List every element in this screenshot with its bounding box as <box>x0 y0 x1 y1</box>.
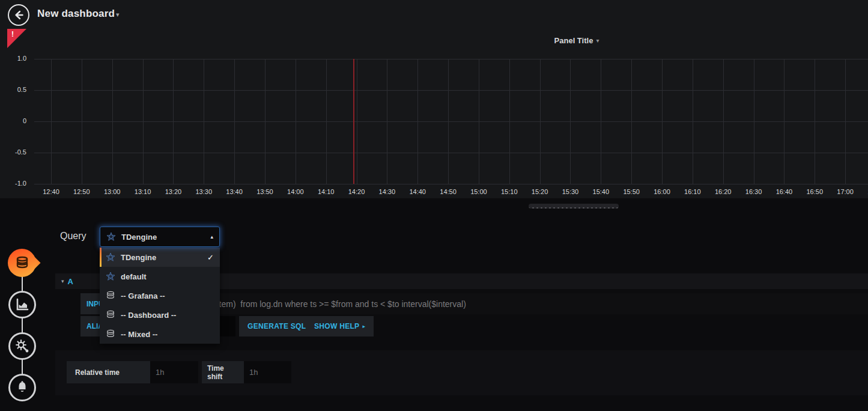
v-gridline <box>234 59 235 184</box>
x-tick-label: 12:40 <box>38 188 64 195</box>
x-tick-label: 13:50 <box>252 188 278 195</box>
tab-queries[interactable] <box>8 249 36 277</box>
tdengine-star-icon <box>106 252 115 262</box>
query-section-label: Query <box>60 231 86 242</box>
v-gridline <box>82 59 82 184</box>
v-gridline <box>448 59 449 184</box>
database-icon <box>106 291 115 300</box>
h-gridline <box>34 59 868 59</box>
relative-time-label: Relative time <box>67 361 150 383</box>
v-gridline <box>693 59 693 184</box>
show-help-button[interactable]: SHOW HELP▸ <box>306 316 374 336</box>
v-gridline <box>387 59 387 184</box>
check-icon: ✓ <box>207 253 214 262</box>
v-gridline <box>662 59 663 184</box>
x-tick-label: 14:50 <box>435 188 461 195</box>
v-gridline <box>326 59 327 184</box>
database-icon <box>106 329 115 339</box>
bell-icon <box>15 380 29 395</box>
tab-visualization[interactable] <box>8 291 36 318</box>
v-gridline <box>845 59 846 184</box>
time-shift-label: Time shift <box>202 361 244 383</box>
collapse-caret-icon: ▾ <box>61 278 64 284</box>
chart-icon <box>15 297 29 312</box>
dropdown-item-grafana[interactable]: -- Grafana -- <box>100 286 220 305</box>
x-tick-label: 14:20 <box>344 188 370 195</box>
x-tick-label: 15:20 <box>527 188 553 195</box>
tdengine-star-icon <box>106 232 116 242</box>
query-ref-letter: A <box>68 277 73 286</box>
x-tick-label: 15:10 <box>496 188 523 195</box>
h-gridline <box>34 90 868 91</box>
dropdown-item-mixed[interactable]: -- Mixed -- <box>100 324 220 344</box>
dashboard-gap <box>0 198 868 214</box>
x-tick-label: 13:40 <box>221 188 247 195</box>
x-tick-label: 17:00 <box>832 188 858 195</box>
grafana-panel-editor: New dashboard ▾ ! Panel Title▾ 1.00.50-0… <box>0 0 868 411</box>
panel-region: New dashboard ▾ ! Panel Title▾ 1.00.50-0… <box>0 0 868 198</box>
y-tick-label: 0.5 <box>4 86 26 93</box>
x-tick-label: 13:00 <box>99 188 126 195</box>
x-tick-label: 17:10 <box>863 188 868 195</box>
v-gridline <box>357 59 357 184</box>
relative-time-input[interactable] <box>150 361 198 383</box>
y-tick-label: 0 <box>4 117 26 124</box>
database-icon <box>14 255 30 271</box>
timeseries-chart[interactable]: 1.00.50-0.5-1.012:4012:5013:0013:1013:20… <box>0 0 868 198</box>
x-tick-label: 15:40 <box>587 188 614 195</box>
v-gridline <box>173 59 174 184</box>
v-gridline <box>265 59 266 184</box>
v-gridline <box>51 59 52 184</box>
x-tick-label: 16:50 <box>801 188 828 195</box>
dropdown-item-default[interactable]: default <box>100 267 220 286</box>
x-tick-label: 14:00 <box>282 188 309 195</box>
h-gridline <box>34 184 868 184</box>
x-tick-label: 14:10 <box>313 188 339 195</box>
x-tick-label: 16:00 <box>649 188 675 195</box>
x-tick-label: 16:20 <box>710 188 736 195</box>
x-tick-label: 13:10 <box>130 188 156 195</box>
datasource-select-value: TDengine <box>121 233 210 242</box>
v-gridline <box>784 59 785 184</box>
dropdown-item-dashboard[interactable]: -- Dashboard -- <box>100 305 220 324</box>
chevron-up-icon: ▴ <box>210 234 213 240</box>
h-gridline <box>34 153 868 153</box>
h-gridline <box>34 121 868 122</box>
v-gridline <box>723 59 724 184</box>
v-gridline <box>601 59 601 184</box>
v-gridline <box>479 59 479 184</box>
x-tick-label: 15:00 <box>466 188 492 195</box>
v-gridline <box>204 59 204 184</box>
v-gridline <box>631 59 632 184</box>
y-tick-label: -1.0 <box>4 180 26 187</box>
x-tick-label: 13:30 <box>190 188 217 195</box>
database-icon <box>106 310 115 320</box>
x-tick-label: 15:30 <box>557 188 583 195</box>
x-tick-label: 16:40 <box>771 188 797 195</box>
v-gridline <box>112 59 113 184</box>
x-tick-label: 14:40 <box>404 188 431 195</box>
gear-wrench-icon <box>14 338 30 354</box>
tab-alert[interactable] <box>8 374 36 401</box>
time-shift-input[interactable] <box>244 361 291 383</box>
tdengine-star-icon <box>106 272 115 281</box>
now-marker-line <box>353 59 354 184</box>
x-tick-label: 12:50 <box>68 188 95 195</box>
v-gridline <box>509 59 510 184</box>
caret-right-icon: ▸ <box>362 323 365 329</box>
datasource-dropdown-menu: TDengine ✓ default -- Grafana -- -- Dash… <box>100 248 220 344</box>
tab-general[interactable] <box>8 332 36 360</box>
v-gridline <box>815 59 815 184</box>
dropdown-item-tdengine[interactable]: TDengine ✓ <box>100 248 220 267</box>
v-gridline <box>417 59 418 184</box>
y-tick-label: -0.5 <box>4 148 26 156</box>
y-tick-label: 1.0 <box>4 55 26 62</box>
v-gridline <box>570 59 571 184</box>
x-tick-label: 13:20 <box>160 188 186 195</box>
sql-input[interactable] <box>136 293 868 314</box>
datasource-select[interactable]: TDengine ▴ <box>100 227 220 247</box>
panel-resize-handle[interactable] <box>529 204 619 209</box>
x-tick-label: 16:30 <box>741 188 767 195</box>
tab-rail-connector <box>22 263 23 388</box>
x-tick-label: 16:10 <box>679 188 706 195</box>
